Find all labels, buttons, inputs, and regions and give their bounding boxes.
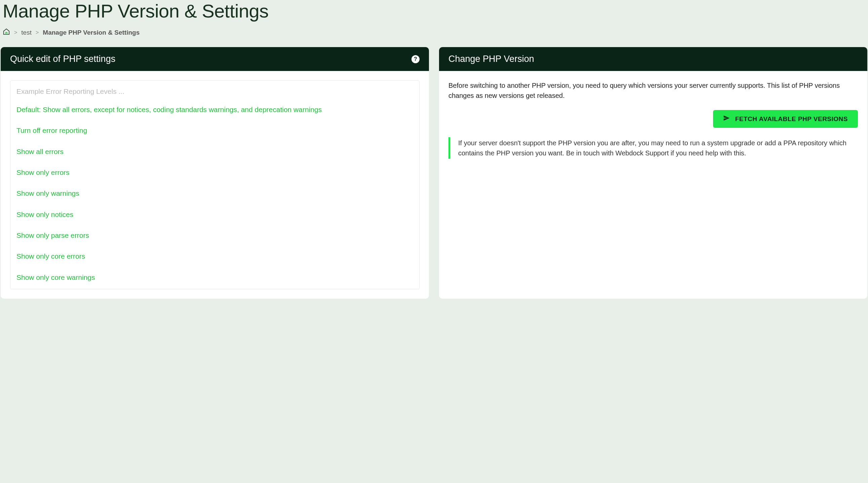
quick-edit-title: Quick edit of PHP settings [10, 54, 115, 64]
breadcrumb-separator: > [36, 30, 39, 36]
home-icon[interactable] [3, 28, 10, 37]
error-levels-heading: Example Error Reporting Levels ... [17, 87, 413, 95]
error-level-item[interactable]: Show only parse errors [17, 231, 413, 240]
quick-edit-panel: Quick edit of PHP settings ? Example Err… [1, 47, 429, 299]
page-title: Manage PHP Version & Settings [0, 0, 868, 28]
version-note: If your server doesn't support the PHP v… [448, 137, 858, 159]
send-icon [723, 115, 730, 123]
error-level-item[interactable]: Default: Show all errors, except for not… [17, 105, 413, 114]
error-level-item[interactable]: Show only core warnings [17, 273, 413, 282]
quick-edit-header: Quick edit of PHP settings ? [1, 47, 429, 71]
breadcrumb-current: Manage PHP Version & Settings [43, 29, 140, 36]
breadcrumb-link-test[interactable]: test [21, 29, 32, 36]
breadcrumb-separator: > [14, 30, 17, 36]
error-level-item[interactable]: Show all errors [17, 147, 413, 156]
breadcrumb: > test > Manage PHP Version & Settings [0, 28, 868, 47]
error-level-item[interactable]: Show only core errors [17, 251, 413, 261]
error-level-item[interactable]: Show only notices [17, 210, 413, 219]
error-levels-list: Default: Show all errors, except for not… [17, 105, 413, 282]
change-version-header: Change PHP Version [439, 47, 867, 71]
change-version-panel: Change PHP Version Before switching to a… [439, 47, 867, 299]
help-icon[interactable]: ? [411, 55, 420, 63]
change-version-intro: Before switching to another PHP version,… [448, 81, 858, 100]
fetch-versions-button[interactable]: FETCH AVAILABLE PHP VERSIONS [713, 110, 858, 128]
error-levels-box: Example Error Reporting Levels ... Defau… [10, 81, 420, 289]
fetch-versions-label: FETCH AVAILABLE PHP VERSIONS [735, 115, 848, 123]
error-level-item[interactable]: Turn off error reporting [17, 126, 413, 135]
quick-edit-body: Example Error Reporting Levels ... Defau… [1, 71, 429, 299]
change-version-title: Change PHP Version [448, 54, 534, 64]
change-version-body: Before switching to another PHP version,… [439, 71, 867, 168]
error-level-item[interactable]: Show only warnings [17, 189, 413, 198]
error-level-item[interactable]: Show only errors [17, 168, 413, 177]
